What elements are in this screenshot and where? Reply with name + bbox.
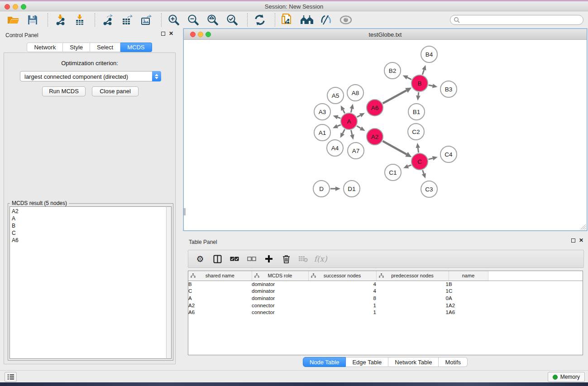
graph-node-D1[interactable]: D1 bbox=[344, 181, 360, 197]
tab-network-table[interactable]: Network Table bbox=[388, 357, 439, 367]
close-panel-button[interactable]: Close panel bbox=[92, 86, 139, 96]
table-cell[interactable]: 8 bbox=[308, 295, 376, 302]
graph-node-A8[interactable]: A8 bbox=[347, 85, 363, 101]
table-row[interactable]: Adominator80A bbox=[188, 295, 583, 302]
table-cell[interactable]: A2 bbox=[449, 302, 488, 309]
table-cell[interactable]: C bbox=[188, 288, 252, 295]
graph-node-C1[interactable]: C1 bbox=[385, 164, 401, 181]
function-builder-button[interactable]: f(x) bbox=[314, 253, 327, 265]
tab-edge-table[interactable]: Edge Table bbox=[346, 357, 388, 367]
table-cell[interactable]: dominator bbox=[252, 281, 308, 288]
refresh-button[interactable] bbox=[253, 13, 267, 27]
graph-node-B4[interactable]: B4 bbox=[421, 46, 437, 62]
graph-edge-A2-C[interactable] bbox=[382, 141, 411, 157]
tab-network[interactable]: Network bbox=[27, 43, 63, 52]
column-header-shared-name[interactable]: shared name bbox=[188, 271, 252, 281]
graph-node-C4[interactable]: C4 bbox=[440, 146, 457, 162]
delete-table-button[interactable] bbox=[297, 253, 310, 265]
tab-motifs[interactable]: Motifs bbox=[439, 357, 468, 367]
zoom-fit-button[interactable] bbox=[206, 13, 220, 27]
table-cell[interactable]: A6 bbox=[449, 309, 488, 316]
show-column-button[interactable] bbox=[211, 253, 224, 265]
table-cell[interactable]: C bbox=[449, 288, 488, 295]
birds-eye-view-button[interactable] bbox=[339, 13, 353, 27]
table-cell[interactable]: connector bbox=[252, 302, 308, 309]
tab-style[interactable]: Style bbox=[63, 43, 90, 52]
graph-edge-C-C2[interactable] bbox=[416, 143, 421, 152]
zoom-out-button[interactable] bbox=[186, 13, 200, 27]
export-network-button[interactable] bbox=[100, 13, 114, 27]
graph-edge-C-C1[interactable] bbox=[403, 164, 411, 168]
graph-node-D[interactable]: D bbox=[313, 181, 330, 197]
graph-edge-B-B4[interactable] bbox=[422, 65, 426, 75]
network-canvas[interactable]: AA1A2A3A4A5A6A7A8BB1B2B3B4CC1C2C3C4DD1 bbox=[184, 40, 587, 230]
open-session-button[interactable] bbox=[6, 13, 20, 27]
column-header-name[interactable]: name bbox=[449, 271, 488, 281]
mcds-result-scrollbar[interactable] bbox=[166, 206, 172, 359]
table-cell[interactable]: A bbox=[449, 295, 488, 302]
table-cell[interactable]: connector bbox=[252, 309, 308, 316]
graph-node-A1[interactable]: A1 bbox=[314, 124, 330, 141]
graph-edge-B-B1[interactable] bbox=[416, 92, 421, 100]
graph-node-A[interactable]: A bbox=[341, 113, 357, 129]
table-cell[interactable]: 1 bbox=[376, 302, 449, 309]
delete-columns-button[interactable] bbox=[280, 253, 292, 265]
table-cell[interactable]: 4 bbox=[308, 281, 376, 288]
mcds-result-item[interactable]: A2 bbox=[12, 208, 166, 215]
create-column-button[interactable] bbox=[263, 253, 275, 265]
table-cell[interactable]: 1 bbox=[308, 309, 376, 316]
tab-select[interactable]: Select bbox=[90, 43, 120, 52]
graph-edge-A-A1[interactable] bbox=[333, 124, 341, 129]
graph-node-B1[interactable]: B1 bbox=[408, 104, 425, 120]
graph-edge-A6-B[interactable] bbox=[383, 88, 412, 104]
table-cell[interactable]: 1 bbox=[308, 302, 376, 309]
column-header-MCDS-role[interactable]: MCDS role bbox=[252, 271, 308, 281]
table-row[interactable]: A6connector11A6 bbox=[188, 309, 583, 316]
graph-edge-A-A7[interactable] bbox=[350, 130, 354, 139]
tab-node-table[interactable]: Node Table bbox=[303, 357, 346, 367]
import-network-button[interactable] bbox=[53, 13, 67, 27]
mcds-result-list[interactable]: A2ABCA6 bbox=[10, 206, 166, 359]
graph-node-C[interactable]: C bbox=[411, 153, 428, 170]
graph-edge-C-C4[interactable] bbox=[428, 156, 437, 160]
graph-node-B2[interactable]: B2 bbox=[384, 62, 401, 79]
home-button[interactable] bbox=[300, 13, 314, 27]
table-cell[interactable]: 4 bbox=[308, 288, 376, 295]
column-header-successor-nodes[interactable]: successor nodes bbox=[308, 271, 376, 281]
graph-edge-C-C3[interactable] bbox=[422, 170, 426, 178]
column-header-predecessor-nodes[interactable]: predecessor nodes bbox=[376, 271, 449, 281]
table-cell[interactable]: 1 bbox=[376, 281, 449, 288]
graph-node-A2[interactable]: A2 bbox=[367, 129, 383, 145]
mcds-result-item[interactable]: A6 bbox=[12, 237, 166, 244]
float-table-panel-icon[interactable] bbox=[571, 238, 575, 243]
graph-node-B3[interactable]: B3 bbox=[440, 81, 457, 97]
graph-edge-A-A5[interactable] bbox=[341, 105, 345, 113]
run-mcds-button[interactable]: Run MCDS bbox=[42, 86, 86, 96]
table-cell[interactable]: A2 bbox=[188, 302, 252, 309]
export-image-button[interactable] bbox=[139, 13, 153, 27]
table-row[interactable]: Cdominator41C bbox=[188, 288, 583, 295]
mcds-result-item[interactable]: A bbox=[12, 215, 166, 222]
show-hide-graphics-button[interactable] bbox=[320, 13, 333, 27]
new-network-from-selection-button[interactable] bbox=[281, 13, 294, 27]
close-table-panel-icon[interactable]: ✕ bbox=[579, 238, 583, 243]
graph-edge-A-A3[interactable] bbox=[333, 115, 341, 119]
graph-edge-A-A2[interactable] bbox=[357, 126, 365, 131]
table-cell[interactable]: 0 bbox=[376, 295, 449, 302]
table-cell[interactable]: dominator bbox=[252, 295, 308, 302]
task-history-button[interactable] bbox=[5, 372, 17, 382]
graph-edge-A-A8[interactable] bbox=[350, 104, 354, 112]
table-settings-button[interactable]: ⚙ bbox=[194, 253, 206, 265]
graph-edge-A-A4[interactable] bbox=[340, 129, 345, 138]
save-session-button[interactable] bbox=[26, 13, 39, 27]
table-cell[interactable]: A6 bbox=[188, 309, 252, 316]
table-cell[interactable]: 1 bbox=[376, 309, 449, 316]
memory-button[interactable]: Memory bbox=[548, 372, 585, 382]
graph-node-B[interactable]: B bbox=[411, 75, 428, 91]
mcds-result-item[interactable]: B bbox=[12, 222, 166, 229]
zoom-in-button[interactable] bbox=[167, 13, 181, 27]
table-cell[interactable]: 1 bbox=[376, 288, 449, 295]
node-table[interactable]: shared nameMCDS rolesuccessor nodesprede… bbox=[188, 271, 583, 316]
float-panel-icon[interactable] bbox=[161, 32, 165, 36]
table-row[interactable]: A2connector11A2 bbox=[188, 302, 583, 309]
